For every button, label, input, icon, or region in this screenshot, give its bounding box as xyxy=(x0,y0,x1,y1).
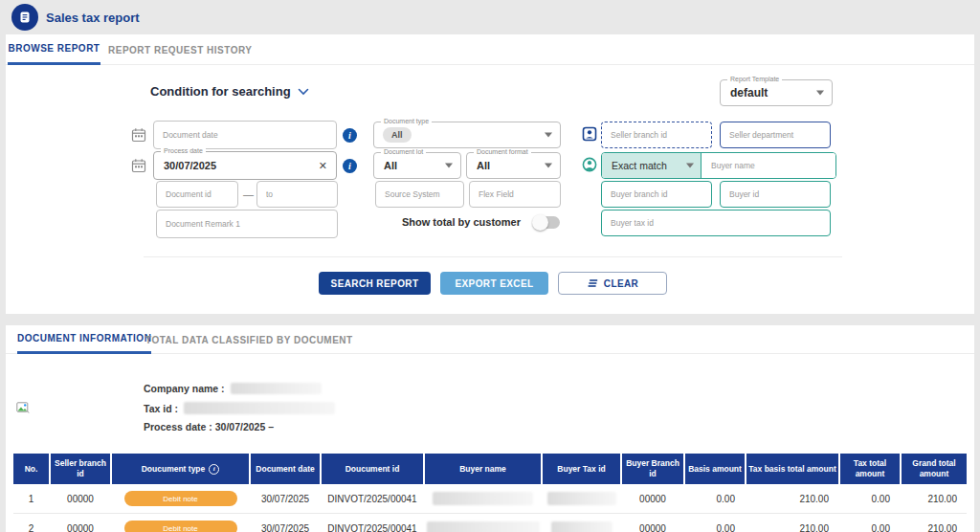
range-dash: — xyxy=(243,188,254,200)
cell-basis-amount: 0.00 xyxy=(685,514,745,532)
search-report-button[interactable]: SEARCH REPORT xyxy=(319,272,431,295)
table-header-row: No. Seller branch id Doucument type i Do… xyxy=(13,454,967,484)
process-date-value: 30/07/2025 xyxy=(164,160,216,171)
main-tab-bar: BROWSE REPORT REPORT REQUEST HISTORY xyxy=(6,34,974,65)
document-format-select[interactable]: Document format All xyxy=(466,152,561,179)
buyer-name-input[interactable] xyxy=(702,153,835,178)
search-panel: BROWSE REPORT REPORT REQUEST HISTORY Con… xyxy=(6,34,974,314)
redacted-buyer-tax-id xyxy=(551,521,612,532)
cell-document-type: Debit note xyxy=(112,514,249,532)
seller-branch-id-input[interactable] xyxy=(601,122,712,148)
document-type-all-chip[interactable]: All xyxy=(383,127,412,143)
col-tax-basis-total[interactable]: Tax basis total amount xyxy=(746,454,838,484)
document-remark-input[interactable] xyxy=(156,210,338,238)
col-buyer-tax-id[interactable]: Buyer Tax id xyxy=(543,454,620,484)
tab-total-data-classified[interactable]: TOTAL DATA CLASSIFIED BY DOCUMENT xyxy=(145,325,353,354)
col-buyer-name[interactable]: Buyer name xyxy=(425,454,541,484)
col-document-id[interactable]: Doucument id xyxy=(322,454,423,484)
clear-date-icon[interactable]: ✕ xyxy=(319,160,327,172)
document-id-input[interactable] xyxy=(156,181,238,208)
process-date-field[interactable]: Process date 30/07/2025 ✕ xyxy=(153,151,337,180)
redacted-buyer-tax-id xyxy=(547,492,616,505)
col-buyer-branch-id[interactable]: Buyer Branch id xyxy=(622,454,683,484)
seller-department-input[interactable] xyxy=(720,122,831,148)
flex-field-input[interactable] xyxy=(469,181,561,208)
debit-note-badge: Debit note xyxy=(124,491,237,506)
results-panel: DOCUMENT INFORMATION TOTAL DATA CLASSIFI… xyxy=(6,325,974,532)
match-mode-select[interactable]: Exact match xyxy=(602,153,702,178)
show-total-label: Show total by customer xyxy=(372,216,521,228)
dropdown-arrow-icon xyxy=(445,164,453,168)
source-system-input[interactable] xyxy=(375,181,464,208)
buyer-tax-id-input[interactable] xyxy=(601,210,831,236)
dropdown-arrow-icon xyxy=(686,164,694,168)
col-no[interactable]: No. xyxy=(13,454,49,484)
cell-tax-basis-total: 210.00 xyxy=(746,514,838,532)
info-icon[interactable]: i xyxy=(343,159,357,173)
document-type-select[interactable]: Document type All xyxy=(373,122,561,148)
export-excel-button[interactable]: EXPORT EXCEL xyxy=(440,272,548,295)
top-bar: Sales tax report xyxy=(0,0,980,34)
col-document-date[interactable]: Document date xyxy=(251,454,320,484)
cell-buyer-name xyxy=(425,484,541,513)
condition-section-title: Condition for searching xyxy=(150,84,309,99)
cell-buyer-tax-id xyxy=(543,484,620,513)
form-divider xyxy=(144,256,842,257)
broken-image-icon xyxy=(16,402,30,413)
chevron-down-icon[interactable] xyxy=(298,88,309,96)
seller-badge-icon xyxy=(582,126,597,142)
cell-buyer-branch: 00000 xyxy=(622,514,683,532)
cell-basis-amount: 0.00 xyxy=(685,484,745,513)
tab-report-request-history[interactable]: REPORT REQUEST HISTORY xyxy=(108,34,252,65)
tab-document-information[interactable]: DOCUMENT INFORMATION xyxy=(17,325,151,354)
clear-button[interactable]: CLEAR xyxy=(558,272,667,295)
cell-seller-branch: 00000 xyxy=(51,484,110,513)
buyer-branch-id-input[interactable] xyxy=(601,181,712,208)
report-template-select[interactable]: Report Template default xyxy=(720,79,833,106)
buyer-person-icon xyxy=(582,157,597,172)
company-name-line: Company name : xyxy=(144,383,322,394)
cell-tax-total: 0.00 xyxy=(840,514,900,532)
cell-document-type: Debit note xyxy=(112,484,249,513)
dropdown-arrow-icon xyxy=(816,91,824,96)
redacted-company-name xyxy=(231,383,322,394)
col-document-type[interactable]: Doucument type i xyxy=(112,454,249,484)
buyer-name-search-combo: Exact match xyxy=(601,152,836,179)
cell-grand-total: 210.00 xyxy=(902,514,967,532)
cell-document-id: DINVOT/2025/00041 xyxy=(322,514,423,532)
calendar-icon xyxy=(131,127,146,143)
show-total-toggle[interactable] xyxy=(534,216,560,229)
cell-no: 1 xyxy=(13,484,49,513)
info-icon[interactable]: i xyxy=(209,464,219,475)
cell-document-date: 30/07/2025 xyxy=(251,514,320,532)
tab-browse-report[interactable]: BROWSE REPORT xyxy=(8,34,100,65)
calendar-icon xyxy=(131,158,146,173)
table-row[interactable]: 2 00000 Debit note 30/07/2025 DINVOT/202… xyxy=(13,514,967,532)
redacted-tax-id xyxy=(184,402,335,414)
document-lot-select[interactable]: Document lot All xyxy=(373,152,461,179)
document-id-to-input[interactable] xyxy=(256,181,338,208)
col-seller-branch-id[interactable]: Seller branch id xyxy=(51,454,110,484)
col-tax-total[interactable]: Tax total amount xyxy=(840,454,900,484)
results-tab-bar: DOCUMENT INFORMATION TOTAL DATA CLASSIFI… xyxy=(6,325,974,354)
cell-tax-total: 0.00 xyxy=(840,484,900,513)
cell-no: 2 xyxy=(13,514,49,532)
cell-buyer-name xyxy=(425,514,541,532)
cell-document-id: DINVOT/2025/00041 xyxy=(322,484,423,513)
info-icon[interactable]: i xyxy=(343,128,357,143)
document-date-input[interactable] xyxy=(153,121,337,149)
process-date-line: Process date : 30/07/2025 – xyxy=(144,421,274,432)
col-grand-total[interactable]: Grand total amount xyxy=(902,454,967,484)
cell-buyer-tax-id xyxy=(543,514,620,532)
redacted-buyer-name xyxy=(433,492,533,505)
col-basis-amount[interactable]: Basis amount xyxy=(685,454,745,484)
cell-grand-total: 210.00 xyxy=(902,484,967,513)
buyer-id-input[interactable] xyxy=(720,181,831,208)
cell-buyer-branch: 00000 xyxy=(622,484,683,513)
table-row[interactable]: 1 00000 Debit note 30/07/2025 DINVOT/202… xyxy=(13,484,967,514)
document-table: No. Seller branch id Doucument type i Do… xyxy=(13,454,967,532)
cell-document-date: 30/07/2025 xyxy=(251,484,320,513)
toggle-knob xyxy=(532,214,548,231)
sales-tax-report-page: Sales tax report BROWSE REPORT REPORT RE… xyxy=(0,0,980,532)
debit-note-badge: Debit note xyxy=(124,521,237,532)
